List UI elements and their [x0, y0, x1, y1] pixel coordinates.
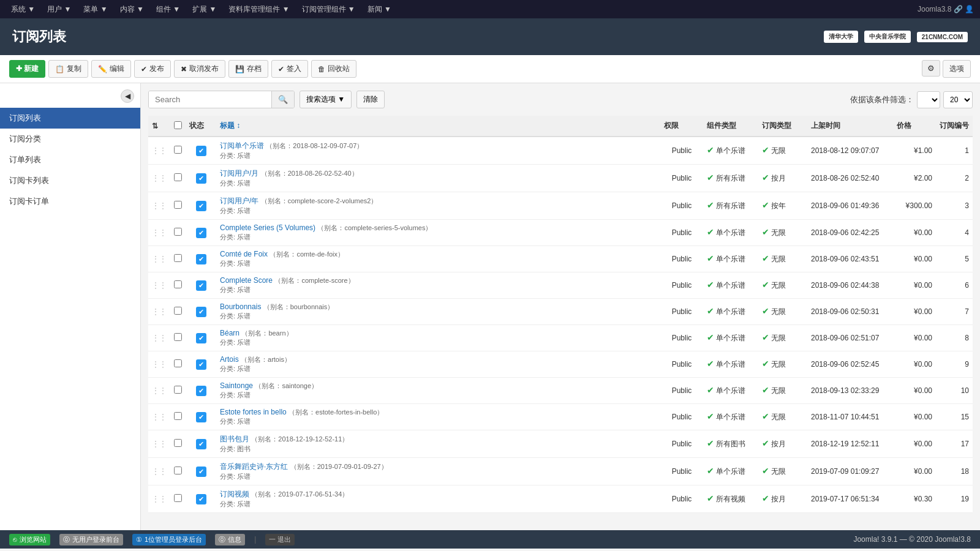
sidebar-item-orders[interactable]: 订单列表 — [0, 149, 140, 170]
checkin-button[interactable]: ✔ 签入 — [271, 60, 308, 78]
status-badge[interactable]: ✔ — [196, 280, 206, 291]
sidebar-item-cards[interactable]: 订阅卡列表 — [0, 170, 140, 191]
drag-handle[interactable]: ⋮⋮ — [148, 165, 170, 192]
item-title-link[interactable]: 音乐舞蹈史诗·东方红 — [220, 462, 288, 471]
item-title-link[interactable]: Complete Series (5 Volumes) — [220, 223, 315, 232]
drag-handle[interactable]: ⋮⋮ — [148, 430, 170, 458]
row-checkbox[interactable] — [174, 228, 182, 236]
row-checkbox[interactable] — [174, 494, 182, 502]
row-checkbox[interactable] — [174, 386, 182, 394]
item-title-link[interactable]: Saintonge — [220, 381, 253, 390]
status-badge[interactable]: ✔ — [196, 333, 206, 343]
nav-subscription[interactable]: 订阅管理组件 ▼ — [297, 2, 360, 17]
copy-button[interactable]: 📋 复制 — [48, 60, 88, 78]
row-checkbox[interactable] — [174, 254, 182, 262]
drag-handle[interactable]: ⋮⋮ — [148, 137, 170, 165]
publish-button[interactable]: ✔ 发布 — [134, 60, 171, 78]
trash-button[interactable]: 🗑 回收站 — [311, 60, 356, 78]
sidebar-item-list[interactable]: 订阅列表 — [0, 108, 140, 129]
status-badge[interactable]: ✔ — [196, 359, 206, 370]
status-badge[interactable]: ✔ — [196, 146, 206, 156]
search-button[interactable]: 🔍 — [271, 91, 294, 108]
drag-handle[interactable]: ⋮⋮ — [148, 192, 170, 220]
page-size-select[interactable]: 20 10 50 — [943, 91, 973, 108]
drag-handle[interactable]: ⋮⋮ — [148, 299, 170, 325]
item-title-link[interactable]: Comté de Foix — [220, 250, 268, 258]
item-title-link[interactable]: Béarn — [220, 329, 239, 337]
sidebar-item-categories[interactable]: 订阅分类 — [0, 129, 140, 149]
search-options-button[interactable]: 搜索选项 ▼ — [300, 91, 352, 108]
nav-news[interactable]: 新闻 ▼ — [363, 2, 396, 17]
item-alias: （别名：2018-08-26-02-52-40） — [261, 170, 358, 177]
row-checkbox[interactable] — [174, 467, 182, 474]
status-badge[interactable]: ✔ — [196, 254, 206, 264]
time-cell: 2018-09-06 02:42:25 — [807, 220, 893, 246]
item-title-link[interactable]: 订阅用户/年 — [220, 197, 258, 205]
row-checkbox[interactable] — [174, 280, 182, 288]
nav-system[interactable]: 系统 ▼ — [6, 2, 40, 17]
status-badge[interactable]: ✔ — [196, 307, 206, 317]
status-badge[interactable]: ✔ — [196, 386, 206, 396]
drag-handle[interactable]: ⋮⋮ — [148, 325, 170, 351]
sidebar-toggle-button[interactable]: ◀ — [121, 89, 134, 103]
item-title-link[interactable]: Complete Score — [220, 276, 273, 285]
status-badge[interactable]: ✔ — [196, 201, 206, 211]
status-badge[interactable]: ✔ — [196, 467, 206, 477]
status-badge[interactable]: ✔ — [196, 494, 206, 504]
filter-select[interactable] — [917, 91, 940, 108]
search-options-label: 搜索选项 ▼ — [306, 94, 345, 105]
status-badge[interactable]: ✔ — [196, 439, 206, 449]
item-title-link[interactable]: Estote fortes in bello — [220, 408, 287, 416]
settings-button[interactable]: ⚙ — [922, 60, 940, 77]
sidebar-item-card-orders[interactable]: 订阅卡订单 — [0, 191, 140, 212]
row-checkbox[interactable] — [174, 173, 182, 181]
drag-handle[interactable]: ⋮⋮ — [148, 378, 170, 404]
archive-button[interactable]: 💾 存档 — [228, 60, 268, 78]
search-input[interactable] — [149, 91, 271, 108]
unpublish-button[interactable]: ✖ 取消发布 — [174, 60, 225, 78]
item-title-link[interactable]: 订阅单个乐谱 — [220, 141, 264, 150]
status-badge[interactable]: ✔ — [196, 173, 206, 184]
row-checkbox[interactable] — [174, 439, 182, 447]
nav-users[interactable]: 用户 ▼ — [42, 2, 76, 17]
clear-button[interactable]: 清除 — [356, 91, 385, 108]
row-checkbox[interactable] — [174, 307, 182, 315]
edit-button[interactable]: ✏️ 编辑 — [91, 60, 131, 78]
edit-label: 编辑 — [110, 64, 124, 74]
nav-extensions[interactable]: 扩展 ▼ — [187, 2, 221, 17]
drag-handle[interactable]: ⋮⋮ — [148, 458, 170, 485]
item-title-link[interactable]: Bourbonnais — [220, 302, 261, 311]
logout-badge[interactable]: 一 退出 — [265, 534, 295, 545]
item-alias: （别名：2019-07-09-01-09-27） — [290, 463, 388, 470]
row-checkbox[interactable] — [174, 333, 182, 341]
item-title-link[interactable]: 订阅用户/月 — [220, 169, 258, 178]
row-checkbox[interactable] — [174, 412, 182, 420]
drag-handle[interactable]: ⋮⋮ — [148, 404, 170, 430]
subtype-value: 无限 — [771, 334, 786, 342]
info-badge[interactable]: ⓪ 信息 — [215, 534, 245, 545]
row-checkbox[interactable] — [174, 359, 182, 367]
status-badge[interactable]: ✔ — [196, 412, 206, 422]
drag-handle[interactable]: ⋮⋮ — [148, 246, 170, 272]
nav-menus[interactable]: 菜单 ▼ — [78, 2, 112, 17]
status-cell: ✔ — [186, 378, 216, 404]
drag-handle[interactable]: ⋮⋮ — [148, 220, 170, 246]
nav-content[interactable]: 内容 ▼ — [115, 2, 149, 17]
status-badge[interactable]: ✔ — [196, 228, 206, 238]
item-title-link[interactable]: 图书包月 — [220, 435, 249, 443]
browse-site-badge[interactable]: ⎋ 浏览网站 — [9, 534, 50, 545]
select-all-checkbox[interactable] — [174, 121, 182, 129]
new-button[interactable]: ✚ 新建 — [9, 60, 45, 78]
row-checkbox[interactable] — [174, 201, 182, 209]
col-header-title[interactable]: 标题 ↕ — [216, 116, 660, 137]
drag-handle[interactable]: ⋮⋮ — [148, 485, 170, 513]
row-checkbox[interactable] — [174, 146, 182, 154]
drag-handle[interactable]: ⋮⋮ — [148, 351, 170, 378]
item-title-link[interactable]: 订阅视频 — [220, 490, 249, 498]
drag-handle[interactable]: ⋮⋮ — [148, 272, 170, 299]
item-title-link[interactable]: Artois — [220, 355, 239, 364]
nav-library[interactable]: 资料库管理组件 ▼ — [224, 2, 294, 17]
options-button[interactable]: 选项 — [943, 60, 971, 78]
item-alias: （别名：2018-12-19-12-52-11） — [251, 435, 349, 443]
nav-components[interactable]: 组件 ▼ — [151, 2, 185, 17]
